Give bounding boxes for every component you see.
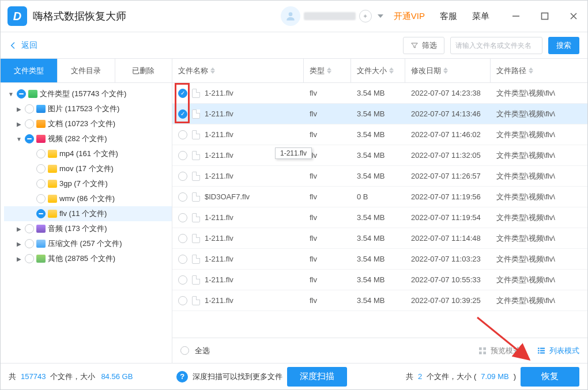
table-row[interactable]: 1-211.flvflv3.54 MB2022-07-07 14:23:38文件… <box>172 83 587 104</box>
tree-node-flv[interactable]: flv (11 个文件) <box>4 206 172 221</box>
tree-node-root[interactable]: ▼ 文件类型 (157743 个文件) <box>4 86 172 101</box>
audio-icon <box>36 225 46 233</box>
checkbox-partial-icon[interactable] <box>36 209 46 218</box>
col-path[interactable]: 文件路径 <box>491 59 587 82</box>
status-sel-prefix: 共 <box>406 372 413 382</box>
tab-deleted[interactable]: 已删除 <box>115 59 172 82</box>
tree-label: mov (17 个文件) <box>59 164 114 174</box>
table-row[interactable]: 1-211.flvflv3.54 MB2022-07-07 11:19:54文件… <box>172 207 587 228</box>
svg-rect-7 <box>540 347 545 349</box>
col-name[interactable]: 文件名称 <box>172 59 304 82</box>
tree-node-wmv[interactable]: wmv (86 个文件) <box>4 191 172 206</box>
table-row[interactable]: 1-211.flvflv3.54 MB2022-07-07 10:55:33文件… <box>172 270 587 290</box>
tree-label: flv (11 个文件) <box>59 209 107 219</box>
table-row[interactable]: 1-211.flvflv3.54 MB2022-07-07 11:46:02文件… <box>172 124 587 145</box>
checkbox-partial-icon[interactable] <box>17 89 26 99</box>
row-checkbox[interactable] <box>178 296 187 305</box>
tree-node-3gp[interactable]: 3gp (7 个文件) <box>4 176 172 191</box>
checkbox-empty-icon[interactable] <box>36 194 46 203</box>
cell-type: flv <box>304 109 351 118</box>
row-checkbox[interactable] <box>178 109 187 119</box>
tab-file-dir[interactable]: 文件目录 <box>58 59 115 82</box>
cell-name: 1-211.flv <box>205 89 233 97</box>
checkbox-empty-icon[interactable] <box>25 224 34 233</box>
file-icon <box>192 109 200 119</box>
other-icon <box>36 255 46 263</box>
tree-node-images[interactable]: ▶ 图片 (117523 个文件) <box>4 101 172 116</box>
row-checkbox[interactable] <box>178 234 187 243</box>
row-checkbox[interactable] <box>178 130 187 139</box>
tree-node-video[interactable]: ▼ 视频 (282 个文件) <box>4 131 172 146</box>
checkbox-empty-icon[interactable] <box>25 254 34 263</box>
row-checkbox[interactable] <box>178 275 187 285</box>
checkbox-partial-icon[interactable] <box>25 134 34 143</box>
checkbox-empty-icon[interactable] <box>36 164 46 173</box>
select-all-radio[interactable] <box>180 346 189 355</box>
tree-node-docs[interactable]: ▶ 文档 (10723 个文件) <box>4 116 172 131</box>
status-sel-size: 7.09 MB <box>481 372 508 381</box>
caret-right-icon: ▶ <box>16 256 22 262</box>
search-input[interactable] <box>450 37 542 54</box>
maximize-button[interactable] <box>538 9 552 23</box>
support-link[interactable]: 客服 <box>440 11 457 22</box>
col-size[interactable]: 文件大小 <box>351 59 405 82</box>
close-button[interactable] <box>567 9 581 23</box>
row-checkbox[interactable] <box>178 89 187 98</box>
row-checkbox[interactable] <box>178 192 187 202</box>
tree-label: 文档 (10723 个文件) <box>48 119 115 129</box>
minimize-button[interactable] <box>509 9 523 23</box>
select-all-label: 全选 <box>195 346 210 356</box>
sort-icon <box>389 67 394 74</box>
tab-file-type[interactable]: 文件类型 <box>1 59 58 82</box>
list-mode-button[interactable]: 列表模式 <box>537 346 579 356</box>
svg-rect-5 <box>483 351 486 354</box>
cell-name: 1-211.flv <box>205 275 233 284</box>
checkbox-empty-icon[interactable] <box>25 119 34 128</box>
arrow-left-icon <box>9 41 18 50</box>
search-button[interactable]: 搜索 <box>548 37 579 54</box>
caret-right-icon: ▶ <box>16 241 22 247</box>
cell-path: 文件类型\视频\flv\ <box>491 192 587 202</box>
tree-node-audio[interactable]: ▶ 音频 (173 个文件) <box>4 221 172 236</box>
col-type[interactable]: 类型 <box>304 59 351 82</box>
cell-date: 2022-07-07 11:26:57 <box>405 172 491 180</box>
checkbox-empty-icon[interactable] <box>25 104 34 113</box>
row-checkbox[interactable] <box>178 213 187 222</box>
row-checkbox[interactable] <box>178 172 187 181</box>
cell-name: 1-211.flv <box>205 296 233 305</box>
table-row[interactable]: 1-211.flvflv3.54 MB2022-07-07 11:14:48文件… <box>172 228 587 249</box>
col-date[interactable]: 修改日期 <box>405 59 491 82</box>
open-vip-link[interactable]: 开通VIP <box>394 11 425 22</box>
grid-icon <box>478 346 487 355</box>
tree-node-other[interactable]: ▶ 其他 (28785 个文件) <box>4 251 172 266</box>
table-row[interactable]: 1-211.flvflv3.54 MB2022-07-07 11:03:23文件… <box>172 249 587 270</box>
table-row[interactable]: 1-211.flvflv3.54 MB2022-07-07 10:39:25文件… <box>172 290 587 311</box>
row-checkbox[interactable] <box>178 151 187 160</box>
file-icon <box>192 89 200 98</box>
table-row[interactable]: 1-211.flvflv3.54 MB2022-07-07 11:26:57文件… <box>172 166 587 187</box>
checkbox-empty-icon[interactable] <box>36 149 46 158</box>
checkbox-empty-icon[interactable] <box>25 239 34 248</box>
tree-node-mov[interactable]: mov (17 个文件) <box>4 161 172 176</box>
cell-size: 3.54 MB <box>351 296 405 305</box>
table-row[interactable]: 1-211.flvflv3.54 MB2022-07-07 11:32:05文件… <box>172 145 587 166</box>
tree-node-mp4[interactable]: mp4 (161 个文件) <box>4 146 172 161</box>
recover-button[interactable]: 恢复 <box>521 367 579 387</box>
status-total-count: 157743 <box>21 372 46 381</box>
user-chip[interactable]: ✦ <box>281 6 383 26</box>
menu-link[interactable]: 菜单 <box>472 11 489 22</box>
cell-name: $ID3OAF7.flv <box>205 192 250 201</box>
preview-mode-button[interactable]: 预览模式 <box>478 346 521 356</box>
checkbox-empty-icon[interactable] <box>36 179 46 188</box>
table-body[interactable]: 1-211.flv 1-211.flvflv3.54 MB2022-07-07 … <box>172 83 587 338</box>
back-button[interactable]: 返回 <box>9 40 37 51</box>
cell-path: 文件类型\视频\flv\ <box>491 150 587 161</box>
tree-node-zip[interactable]: ▶ 压缩文件 (257 个文件) <box>4 236 172 251</box>
cell-size: 3.54 MB <box>351 172 405 180</box>
table-row[interactable]: 1-211.flvflv3.54 MB2022-07-07 14:13:46文件… <box>172 104 587 124</box>
table-row[interactable]: $ID3OAF7.flvflv0 B2022-07-07 11:19:56文件类… <box>172 187 587 207</box>
row-checkbox[interactable] <box>178 255 187 264</box>
deep-scan-button[interactable]: 深度扫描 <box>287 367 347 387</box>
filter-button[interactable]: 筛选 <box>403 37 444 54</box>
cell-size: 3.54 MB <box>351 130 405 139</box>
